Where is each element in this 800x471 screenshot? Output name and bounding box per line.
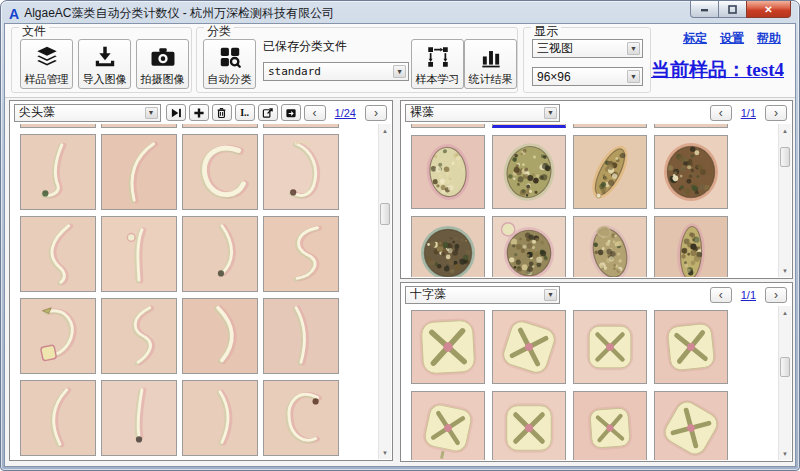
calibrate-link[interactable]: 标定: [683, 30, 707, 47]
algae-thumbnail[interactable]: [411, 310, 485, 384]
algae-thumbnail[interactable]: [654, 391, 728, 460]
rename-button[interactable]: I..: [235, 104, 255, 121]
settings-link[interactable]: 设置: [720, 30, 744, 47]
export-class-button[interactable]: [281, 104, 301, 121]
algae-thumbnail[interactable]: [263, 380, 339, 456]
thumb-size-select[interactable]: 96×96 ▼: [532, 67, 643, 86]
next-page-button[interactable]: ›: [365, 105, 387, 121]
import-icon: [92, 44, 118, 70]
algae-thumbnail[interactable]: [411, 216, 485, 277]
toolbar-links: 标定 设置 帮助: [683, 30, 781, 47]
chevron-down-icon: ▼: [145, 107, 158, 119]
algae-thumbnail[interactable]: [182, 124, 258, 128]
algae-thumbnail[interactable]: [492, 135, 566, 209]
algae-thumbnail[interactable]: [101, 134, 177, 210]
algae-thumbnail[interactable]: [411, 391, 485, 460]
saved-files-select[interactable]: standard ▼: [263, 62, 409, 81]
minimize-button[interactable]: [690, 1, 719, 18]
species-select[interactable]: 裸藻 ▼: [405, 104, 560, 122]
add-class-button[interactable]: [189, 104, 209, 121]
delete-button[interactable]: [212, 104, 232, 121]
algae-thumbnail[interactable]: [20, 298, 96, 374]
algae-thumbnail[interactable]: [101, 380, 177, 456]
algae-thumbnail[interactable]: [101, 216, 177, 292]
play-to-end-icon: [170, 107, 182, 119]
sample-learn-button[interactable]: 样本学习: [411, 39, 464, 89]
titlebar[interactable]: A AlgaeAC藻类自动分类计数仪 - 杭州万深检测科技有限公司: [1, 1, 799, 23]
algae-thumbnail[interactable]: [492, 216, 566, 277]
algae-thumbnail[interactable]: [573, 135, 647, 209]
algae-thumbnail[interactable]: [654, 310, 728, 384]
algae-thumbnail[interactable]: [20, 216, 96, 292]
scroll-thumb[interactable]: [780, 357, 790, 377]
import-images-button[interactable]: 导入图像: [78, 39, 131, 89]
scroll-down-icon[interactable]: ▼: [379, 446, 391, 459]
algae-thumbnail[interactable]: [20, 124, 96, 128]
algae-thumbnail[interactable]: [654, 135, 728, 209]
scroll-up-icon[interactable]: ▲: [779, 306, 791, 319]
algae-thumbnail[interactable]: [573, 216, 647, 277]
export-image-button[interactable]: [258, 104, 278, 121]
page-indicator-link[interactable]: 1/1: [741, 107, 756, 119]
scroll-thumb[interactable]: [780, 147, 790, 167]
algae-image: [493, 124, 565, 127]
scrollbar[interactable]: ▲ ▼: [778, 306, 791, 460]
scroll-thumb[interactable]: [380, 203, 390, 225]
chevron-right-icon: ›: [774, 108, 778, 118]
algae-thumbnail[interactable]: [654, 124, 728, 128]
algae-thumbnail[interactable]: [20, 380, 96, 456]
algae-thumbnail[interactable]: [492, 391, 566, 460]
algae-thumbnail[interactable]: [492, 310, 566, 384]
stats-result-button[interactable]: 统计结果: [464, 39, 517, 89]
close-button[interactable]: ✕: [746, 1, 791, 18]
view-mode-select[interactable]: 三视图 ▼: [532, 39, 643, 58]
next-page-button[interactable]: ›: [765, 105, 787, 121]
auto-classify-button[interactable]: 自动分类: [203, 39, 256, 89]
toolbar: 文件 样品管理: [5, 24, 795, 98]
algae-thumbnail[interactable]: [182, 298, 258, 374]
algae-thumbnail[interactable]: [263, 134, 339, 210]
algae-thumbnail[interactable]: [492, 124, 566, 128]
scroll-down-icon[interactable]: ▼: [779, 264, 791, 277]
algae-thumbnail[interactable]: [573, 124, 647, 128]
group-file-label: 文件: [19, 25, 49, 37]
maximize-icon: [728, 5, 737, 14]
help-link[interactable]: 帮助: [757, 30, 781, 47]
scroll-down-icon[interactable]: ▼: [779, 447, 791, 460]
page-indicator-link[interactable]: 1/24: [335, 107, 356, 119]
algae-thumbnail[interactable]: [263, 124, 339, 128]
algae-thumbnail[interactable]: [263, 216, 339, 292]
scrollbar[interactable]: ▲ ▼: [778, 124, 791, 277]
algae-thumbnail[interactable]: [101, 124, 177, 128]
algae-thumbnail[interactable]: [263, 298, 339, 374]
species-select[interactable]: 十字藻 ▼: [405, 286, 560, 304]
next-page-button[interactable]: ›: [765, 287, 787, 303]
play-to-end-button[interactable]: [166, 104, 186, 121]
algae-image: [264, 381, 338, 455]
page-indicator-link[interactable]: 1/1: [741, 289, 756, 301]
algae-thumbnail[interactable]: [573, 310, 647, 384]
algae-thumbnail[interactable]: [182, 134, 258, 210]
algae-thumbnail[interactable]: [411, 135, 485, 209]
scroll-up-icon[interactable]: ▲: [379, 124, 391, 137]
capture-images-button[interactable]: 拍摄图像: [136, 39, 189, 89]
prev-page-button[interactable]: ‹: [304, 105, 326, 121]
algae-thumbnail[interactable]: [101, 298, 177, 374]
prev-page-button[interactable]: ‹: [710, 287, 732, 303]
algae-thumbnail[interactable]: [573, 391, 647, 460]
scrollbar[interactable]: ▲ ▼: [378, 124, 391, 459]
algae-thumbnail[interactable]: [182, 380, 258, 456]
algae-image: [574, 136, 646, 208]
pager: ‹ 1/1 ›: [710, 105, 789, 121]
scroll-up-icon[interactable]: ▲: [779, 124, 791, 137]
maximize-button[interactable]: [719, 1, 746, 18]
sample-manage-label: 样品管理: [25, 72, 69, 86]
algae-thumbnail[interactable]: [182, 216, 258, 292]
sample-manage-button[interactable]: 样品管理: [20, 39, 73, 89]
prev-page-button[interactable]: ‹: [710, 105, 732, 121]
algae-thumbnail[interactable]: [20, 134, 96, 210]
species-select[interactable]: 尖头藻 ▼: [14, 104, 161, 122]
algae-thumbnail[interactable]: [654, 216, 728, 277]
current-sample-link[interactable]: 当前样品：test4: [651, 57, 784, 83]
algae-thumbnail[interactable]: [411, 124, 485, 128]
